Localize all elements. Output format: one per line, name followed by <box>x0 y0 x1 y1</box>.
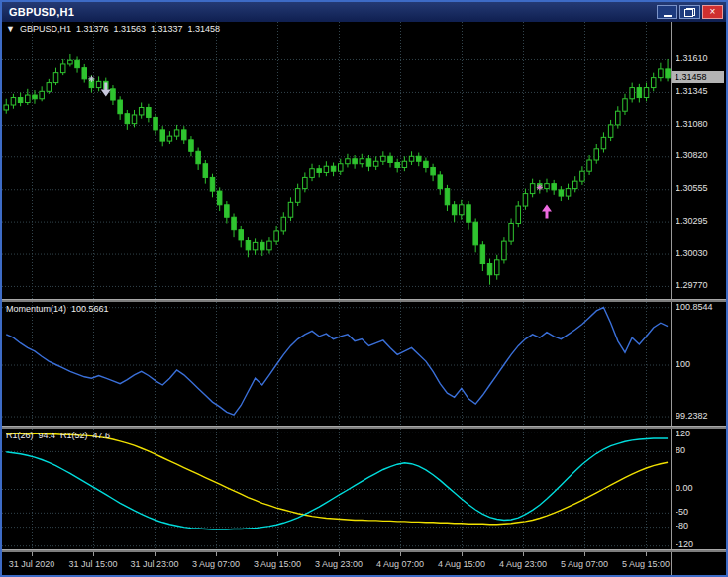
oscillator-scale[interactable]: 120800.00-50-80-120 <box>671 429 726 549</box>
close-button[interactable]: × <box>702 5 723 19</box>
low-value: 1.31337 <box>151 24 183 34</box>
ohlc-readout: ▼ GBPUSD,H1 1.31376 1.31563 1.31337 1.31… <box>6 24 220 34</box>
close-icon: × <box>710 7 716 17</box>
oscillator-readout: R1(26) 94.4 R1(52) 47.6 <box>6 431 110 440</box>
time-axis-label: 31 Jul 23:00 <box>130 559 178 569</box>
restore-button[interactable] <box>679 5 700 19</box>
scale-label: 100.8544 <box>676 302 713 312</box>
signal-arrow-down[interactable] <box>101 83 111 97</box>
scale-label: 1.30555 <box>676 183 708 193</box>
scale-label: 1.30820 <box>676 150 708 160</box>
time-axis-label: 5 Aug 07:00 <box>561 559 608 569</box>
oscillator1-name: R1(26) <box>6 431 34 440</box>
scale-label: -120 <box>676 539 693 549</box>
time-axis-tick <box>32 552 33 556</box>
minimize-icon <box>664 15 672 17</box>
oscillator-panel[interactable]: R1(26) 94.4 R1(52) 47.6 <box>2 429 671 549</box>
time-axis-label: 5 Aug 15:00 <box>622 559 670 569</box>
window-title: GBPUSD,H1 <box>5 6 657 18</box>
time-axis-label: 4 Aug 15:00 <box>438 559 485 569</box>
scale-label: 1.30295 <box>676 216 708 226</box>
time-axis-tick <box>400 552 401 556</box>
scale-label: -80 <box>676 521 688 530</box>
scale-label: 1.31080 <box>676 119 708 129</box>
scale-label: -50 <box>676 507 688 517</box>
oscillator1-value: 94.4 <box>39 431 56 440</box>
scale-label: 0.00 <box>676 483 693 493</box>
high-value: 1.31563 <box>113 24 146 34</box>
oscillator2-value: 47.6 <box>93 431 111 440</box>
time-axis-tick <box>523 552 524 556</box>
r1-26-line <box>6 433 668 525</box>
time-axis-corner <box>671 552 726 575</box>
current-price-tag: 1.31458 <box>672 71 724 83</box>
time-axis-tick <box>93 552 94 556</box>
time-axis-label: 3 Aug 23:00 <box>315 559 363 569</box>
time-axis-tick <box>216 552 217 556</box>
collapse-arrow-icon[interactable]: ▼ <box>6 24 15 34</box>
signal-arrow-up[interactable] <box>542 205 552 219</box>
close-value: 1.31458 <box>188 24 221 34</box>
minimize-button[interactable] <box>657 5 677 19</box>
oscillator-chart <box>2 429 671 549</box>
time-axis-tick <box>277 552 278 556</box>
time-axis-tick <box>462 552 463 556</box>
open-value: 1.31376 <box>76 24 109 34</box>
signal-star[interactable] <box>537 184 543 190</box>
scale-label: 120 <box>676 429 690 438</box>
momentum-value: 100.5661 <box>71 304 109 314</box>
time-axis-label: 31 Jul 2020 <box>9 559 55 569</box>
window-controls: × <box>657 5 723 19</box>
time-axis[interactable]: 31 Jul 202031 Jul 15:0031 Jul 23:003 Aug… <box>2 552 671 575</box>
main-chart-plot[interactable]: ▼ GBPUSD,H1 1.31376 1.31563 1.31337 1.31… <box>2 22 671 299</box>
scale-label: 1.31345 <box>676 86 708 96</box>
oscillator2-name: R1(52) <box>60 431 88 440</box>
time-axis-tick <box>584 552 585 556</box>
momentum-line <box>6 308 668 416</box>
r1-52-line <box>6 438 668 529</box>
scale-label: 1.31610 <box>676 53 708 63</box>
scale-label: 80 <box>676 445 685 455</box>
scale-label: 99.2382 <box>676 411 708 421</box>
time-axis-label: 4 Aug 07:00 <box>376 559 424 569</box>
price-scale[interactable]: 1.316101.313451.310801.308201.305551.302… <box>671 22 726 299</box>
momentum-panel[interactable]: Momentum(14) 100.5661 <box>2 302 671 426</box>
time-axis-label: 31 Jul 15:00 <box>68 559 117 569</box>
momentum-name: Momentum(14) <box>6 304 66 314</box>
time-axis-label: 3 Aug 15:00 <box>254 559 301 569</box>
chart-area: ▼ GBPUSD,H1 1.31376 1.31563 1.31337 1.31… <box>2 22 726 575</box>
momentum-chart <box>2 302 671 426</box>
time-axis-tick <box>339 552 340 556</box>
restore-icon <box>684 8 695 17</box>
time-axis-label: 4 Aug 23:00 <box>499 559 547 569</box>
momentum-readout: Momentum(14) 100.5661 <box>6 304 109 314</box>
time-axis-tick <box>155 552 156 556</box>
signal-star[interactable] <box>88 76 94 82</box>
momentum-scale[interactable]: 100.854410099.2382 <box>671 302 726 426</box>
scale-label: 1.29770 <box>676 280 708 290</box>
scale-label: 1.30030 <box>676 248 708 258</box>
chart-window: GBPUSD,H1 × ▼ GBPUSD,H1 1.31376 1.31563 … <box>0 0 728 577</box>
candlestick-chart <box>2 22 671 299</box>
candles-layer <box>4 54 670 285</box>
time-axis-label: 3 Aug 07:00 <box>192 559 240 569</box>
titlebar[interactable]: GBPUSD,H1 × <box>2 2 726 22</box>
symbol-period-label: GBPUSD,H1 <box>20 24 71 34</box>
scale-label: 100 <box>676 359 690 369</box>
time-axis-tick <box>646 552 647 556</box>
